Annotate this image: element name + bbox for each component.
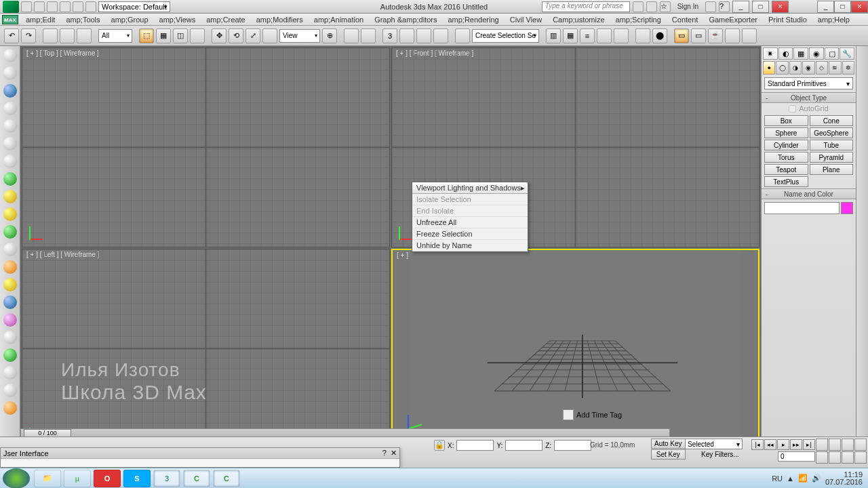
render-frame-btn[interactable]: ▭ [691,28,706,43]
lt-19[interactable] [3,366,17,380]
tab-motion[interactable]: ◉ [809,47,824,60]
cat-systems[interactable]: ✲ [842,61,854,75]
spinsnap-btn[interactable] [433,28,448,43]
render-prod-btn[interactable] [742,28,757,43]
lt-16[interactable] [3,313,17,327]
menu-gameexp[interactable]: GameExporter [703,16,763,24]
nav-region-btn[interactable] [829,451,841,464]
menu-civil[interactable]: Civil View [505,16,547,24]
taskbar-opera[interactable]: O [94,470,121,487]
nav-zoomall-btn[interactable] [854,439,867,451]
menu-print[interactable]: Print Studio [763,16,812,24]
pivot-btn[interactable]: ⊕ [322,28,337,43]
taskbar-utorrent[interactable]: µ [64,470,91,487]
btn-geosphere[interactable]: GeoSphere [810,127,854,138]
ctx-freeze-sel[interactable]: Freeze Selection [412,228,528,240]
cube-icon[interactable] [633,1,644,12]
sel-filter-combo[interactable]: All [98,29,132,43]
matl-btn[interactable]: ⬤ [652,28,667,43]
btn-cylinder[interactable]: Cylinder [764,140,808,150]
btn-pyramid[interactable]: Pyramid [810,152,854,163]
help-icon[interactable]: ? [719,1,730,12]
ctx-unfreeze-all[interactable]: Unfreeze All [412,217,528,228]
menu-group[interactable]: amp;Group [106,16,154,24]
menu-help[interactable]: amp;Help [812,16,855,24]
cat-lights[interactable]: ◑ [789,61,802,75]
nav-fov-btn[interactable] [842,439,854,451]
cat-space[interactable]: ≋ [829,61,841,75]
btn-cone[interactable]: Cone [810,115,854,126]
play-btn[interactable]: ▸ [777,439,789,450]
btn-tube[interactable]: Tube [810,140,854,150]
placement-btn[interactable] [262,28,277,43]
editsel-btn[interactable] [455,28,470,43]
prev-frame-btn[interactable]: ◂◂ [764,439,776,450]
max1-btn[interactable]: □ [752,1,769,13]
refcoord-combo[interactable]: View [279,29,320,43]
menu-create[interactable]: amp;Create [201,16,250,24]
menu-graph[interactable]: Graph &amp;ditors [369,16,442,24]
cat-helpers[interactable]: ◇ [816,61,828,75]
taskbar-explorer[interactable]: 📁 [34,470,61,487]
nav-zoom-btn[interactable] [829,439,841,451]
lt-10[interactable] [3,207,17,221]
viewport-left[interactable]: [ + ] [ Left ] [ Wireframe ] [22,249,390,449]
search-input[interactable]: Type a keyword or phrase [542,1,630,12]
taskbar-skype[interactable]: S [123,470,151,487]
object-name-input[interactable] [764,202,840,214]
cat-shapes[interactable]: ◯ [776,61,788,75]
nav-max-btn[interactable] [854,451,867,464]
menu-customize[interactable]: Camp;ustomize [547,16,610,24]
cat-cameras[interactable]: ◉ [802,61,814,75]
unlink-btn[interactable] [60,28,75,43]
keymode-btn[interactable] [361,28,376,43]
angsnap-btn[interactable] [399,28,414,43]
render-setup-btn[interactable]: ▭ [674,28,689,43]
workspace-combo[interactable]: Workspace: Default [98,1,170,12]
frame-spinner[interactable] [778,451,815,462]
menu-views[interactable]: amp;Views [154,16,201,24]
manip-btn[interactable] [344,28,359,43]
tray-lang[interactable]: RU [772,474,783,483]
object-type-header[interactable]: Object Type [762,92,856,103]
btn-textplus[interactable]: TextPlus [764,176,808,187]
close-btn[interactable]: × [851,1,868,13]
user-interface-dialog[interactable]: Jser Interface ? ✕ [0,447,400,468]
name-color-header[interactable]: Name and Color [762,188,856,199]
signin-link[interactable]: Sign In [673,3,703,10]
apps-icon[interactable] [646,1,657,12]
menu-modifiers[interactable]: amp;Modifiers [251,16,309,24]
lt-5[interactable] [3,119,17,133]
tab-display[interactable]: ▢ [825,47,840,60]
render-ir-btn[interactable] [725,28,740,43]
open-icon[interactable] [34,1,45,12]
mirror-btn[interactable]: ▥ [546,28,561,43]
autogrid-check[interactable]: AutoGrid [762,103,856,114]
panel-scrollbar[interactable] [856,46,868,450]
min1-btn[interactable]: _ [732,1,749,13]
key-filter-combo[interactable]: Selected [685,439,743,449]
taskbar-camtasia1[interactable]: C [183,470,210,487]
scale-btn[interactable]: ⤢ [245,28,260,43]
app-icon[interactable] [3,1,19,13]
y-input[interactable] [505,440,542,451]
lt-4[interactable] [3,102,17,115]
ctx-unhide-name[interactable]: Unhide by Name [412,240,528,251]
maximize-btn[interactable]: □ [834,1,851,13]
lt-14[interactable] [3,278,17,291]
redo-btn[interactable]: ↷ [21,28,36,43]
nav-orbit-btn[interactable] [816,451,828,464]
key-filters-btn[interactable]: Key Filters... [701,451,739,458]
nav-extents-btn[interactable] [842,451,854,464]
next-frame-btn[interactable]: ▸▸ [790,439,802,450]
lt-6[interactable] [3,137,17,150]
lt-11[interactable] [3,225,17,239]
autokey-btn[interactable]: Auto Key [651,439,686,449]
link-icon[interactable] [85,1,96,12]
btn-teapot[interactable]: Teapot [764,164,808,175]
lt-9[interactable] [3,190,17,203]
lt-20[interactable] [3,384,17,397]
lt-18[interactable] [3,348,17,362]
lt-1[interactable] [3,49,17,62]
select-btn[interactable]: ⬚ [139,28,154,43]
